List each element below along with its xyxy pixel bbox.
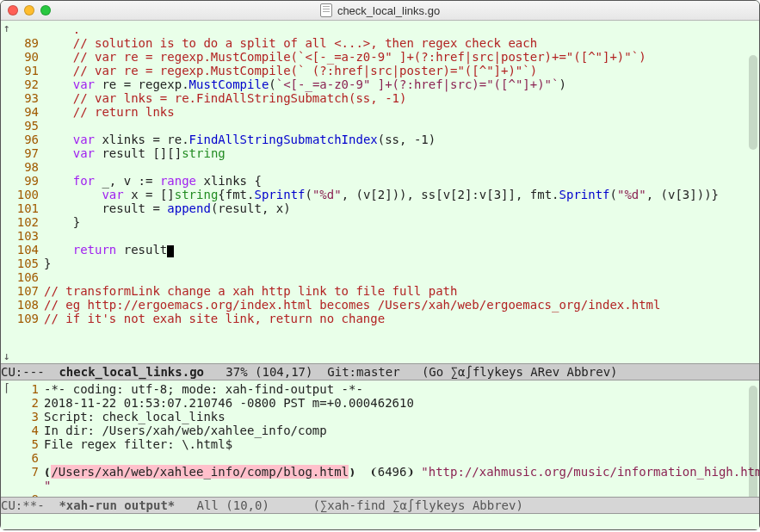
line-number: 97 (1, 146, 44, 160)
code-line[interactable]: 4In dir: /Users/xah/web/xahlee_info/comp (1, 424, 759, 437)
line-number: 109 (1, 312, 44, 325)
code-line[interactable]: 93 // var lnks = re.FindAllStringSubmatc… (1, 91, 759, 105)
line-number: 2 (1, 396, 44, 410)
bottom-scrollbar[interactable] (749, 386, 757, 497)
line-number: 3 (1, 410, 44, 424)
traffic-lights (8, 5, 51, 15)
top-code-buffer[interactable]: ↑ ↓ .89 // solution is to do a split of … (1, 21, 759, 363)
code-line[interactable]: 98 (1, 160, 759, 174)
code-line[interactable]: 95 (1, 119, 759, 133)
ml-position: 37% (104,17) (226, 365, 312, 379)
line-number: 5 (1, 437, 44, 451)
code-text: // var lnks = re.FindAllStringSubmatch(s… (44, 91, 759, 105)
code-text: // solution is to do a split of all <...… (44, 36, 759, 50)
code-line[interactable]: 105} (1, 257, 759, 270)
code-text: result = append(result, x) (44, 201, 759, 215)
top-scrollbar[interactable] (749, 55, 757, 150)
code-text: return result (44, 243, 759, 257)
code-text: var result [][]string (44, 146, 759, 160)
code-line[interactable]: 5File regex filter: \.html$ (1, 437, 759, 451)
code-line[interactable]: 91 // var re = regexp.MustCompile(` (?:h… (1, 64, 759, 77)
ml2-buffer-name: *xah-run output* (59, 498, 175, 512)
code-text: } (44, 215, 759, 229)
line-number: 102 (1, 215, 44, 229)
bottom-output-buffer[interactable]: ⌈ 1-*- coding: utf-8; mode: xah-find-out… (1, 380, 759, 497)
line-number: 100 (1, 188, 44, 201)
code-line[interactable]: . (1, 22, 759, 36)
code-text (44, 492, 759, 497)
code-text: var x = []string{fmt.Sprintf("%d", (v[2]… (44, 188, 759, 201)
overflow-indicator-bottom: ↓ (3, 350, 10, 362)
code-line[interactable]: 100 var x = []string{fmt.Sprintf("%d", (… (1, 188, 759, 201)
code-line[interactable]: 3Script: check_local_links (1, 410, 759, 424)
code-line[interactable]: 101 result = append(result, x) (1, 201, 759, 215)
line-number: 105 (1, 257, 44, 270)
zoom-window-button[interactable] (40, 5, 51, 15)
code-line[interactable]: 92 var re = regexp.MustCompile(`<[-_=a-z… (1, 77, 759, 91)
code-text: // var re = regexp.MustCompile(`<[-_=a-z… (44, 50, 759, 64)
line-number: 98 (1, 160, 44, 174)
window-titlebar[interactable]: check_local_links.go (1, 1, 759, 21)
code-line[interactable]: 8 (1, 492, 759, 497)
ml-vc: Git:master (327, 365, 399, 379)
code-text: " (44, 479, 759, 492)
code-text: // transformLink change a xah http link … (44, 284, 759, 298)
code-line[interactable]: 90 // var re = regexp.MustCompile(`<[-_=… (1, 50, 759, 64)
text-cursor (167, 245, 174, 257)
code-text (44, 160, 759, 174)
line-number: 106 (1, 270, 44, 284)
code-line[interactable]: 89 // solution is to do a split of all <… (1, 36, 759, 50)
code-line[interactable]: 108// eg http://ergoemacs.org/index.html… (1, 298, 759, 312)
line-number: 95 (1, 119, 44, 133)
document-icon (320, 3, 332, 17)
code-line[interactable]: 94 // return lnks (1, 105, 759, 119)
code-line[interactable]: 104 return result (1, 243, 759, 257)
code-text: for _, v := range xlinks { (44, 174, 759, 188)
line-number: 101 (1, 201, 44, 215)
code-line[interactable]: 7❪/Users/xah/web/xahlee_info/comp/blog.h… (1, 465, 759, 479)
ml-buffer-name: check_local_links.go (59, 365, 204, 379)
code-line[interactable]: 99 for _, v := range xlinks { (1, 174, 759, 188)
code-text: } (44, 257, 759, 270)
line-number: 91 (1, 64, 44, 77)
code-text: ❪/Users/xah/web/xahlee_info/comp/blog.ht… (44, 465, 759, 479)
ml2-position: All (10,0) (197, 498, 269, 512)
line-number: 96 (1, 133, 44, 146)
code-line[interactable]: 6 (1, 451, 759, 465)
close-window-button[interactable] (8, 5, 18, 15)
code-line[interactable]: 97 var result [][]string (1, 146, 759, 160)
code-line[interactable]: 102 } (1, 215, 759, 229)
code-text (44, 270, 759, 284)
overflow-indicator-top: ↑ (3, 22, 10, 34)
code-text (44, 229, 759, 243)
line-number: 103 (1, 229, 44, 243)
minibuffer[interactable] (1, 514, 759, 529)
code-text (44, 119, 759, 133)
top-modeline[interactable]: CU:--- check_local_links.go 37% (104,17)… (1, 363, 759, 380)
code-text: In dir: /Users/xah/web/xahlee_info/comp (44, 424, 759, 437)
code-line[interactable]: " (1, 479, 759, 492)
code-text: // if it's not exah site link, return no… (44, 312, 759, 325)
editor-body: ↑ ↓ .89 // solution is to do a split of … (1, 21, 759, 529)
code-line[interactable]: 106 (1, 270, 759, 284)
buffer-start-indicator: ⌈ (3, 382, 10, 393)
code-line[interactable]: 1-*- coding: utf-8; mode: xah-find-outpu… (1, 382, 759, 396)
code-text: var re = regexp.MustCompile(`<[-_=a-z0-9… (44, 77, 759, 91)
code-line[interactable]: 109// if it's not exah site link, return… (1, 312, 759, 325)
line-number: 104 (1, 243, 44, 257)
code-line[interactable]: 107// transformLink change a xah http li… (1, 284, 759, 298)
line-number: 108 (1, 298, 44, 312)
code-text: // return lnks (44, 105, 759, 119)
code-text: // eg http://ergoemacs.org/index.html be… (44, 298, 759, 312)
line-number (1, 479, 44, 492)
bottom-modeline[interactable]: CU:**- *xah-run output* All (10,0) (∑xah… (1, 497, 759, 514)
code-text (44, 451, 759, 465)
code-line[interactable]: 96 var xlinks = re.FindAllStringSubmatch… (1, 133, 759, 146)
window-title: check_local_links.go (1, 3, 759, 17)
code-line[interactable]: 103 (1, 229, 759, 243)
line-number: 8 (1, 492, 44, 497)
line-number: 4 (1, 424, 44, 437)
code-line[interactable]: 22018-11-22 01:53:07.210746 -0800 PST m=… (1, 396, 759, 410)
minimize-window-button[interactable] (24, 5, 34, 15)
line-number: 90 (1, 50, 44, 64)
